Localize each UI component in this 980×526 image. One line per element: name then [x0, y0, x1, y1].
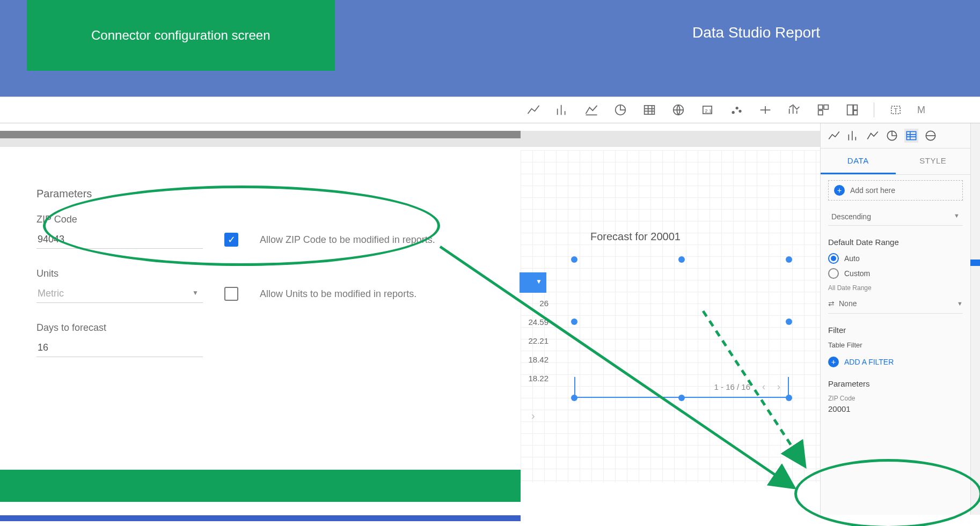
- parameters-heading-sidebar: Parameters: [828, 379, 963, 388]
- zip-field-row: ZIP Code ✓ Allow ZIP Code to be modified…: [36, 214, 504, 249]
- resize-handle[interactable]: [786, 256, 792, 263]
- tab-style[interactable]: STYLE: [896, 149, 971, 174]
- add-sort-button[interactable]: + Add sort here: [828, 180, 963, 201]
- radio-custom[interactable]: Custom: [828, 268, 963, 279]
- left-title-tab: Connector configuration screen: [27, 0, 335, 71]
- svg-rect-10: [818, 110, 823, 115]
- resize-handle[interactable]: [571, 318, 577, 325]
- svg-rect-13: [853, 110, 857, 115]
- area-chart-icon[interactable]: [584, 102, 599, 117]
- svg-text:2.1: 2.1: [705, 108, 712, 114]
- combo-icon[interactable]: [787, 102, 802, 117]
- text-icon[interactable]: T: [888, 102, 903, 117]
- bar-chart-icon[interactable]: [555, 102, 570, 117]
- zip-allow-label: Allow ZIP Code to be modified in reports…: [260, 234, 435, 246]
- chevron-right-icon[interactable]: ›: [531, 410, 535, 422]
- resize-handle[interactable]: [786, 318, 792, 325]
- collapsed-panel[interactable]: [970, 123, 980, 515]
- units-allow-checkbox[interactable]: [224, 287, 238, 301]
- date-range-heading: Default Date Range: [828, 238, 963, 247]
- pager-text: 1 - 16 / 16: [714, 382, 750, 391]
- sort-direction-value: Descending: [831, 212, 871, 221]
- svg-point-6: [736, 107, 738, 109]
- bottom-blue-strip: [0, 514, 521, 521]
- radio-auto[interactable]: Auto: [828, 253, 963, 264]
- resize-handle[interactable]: [678, 395, 685, 401]
- sidebar-tabs: DATA STYLE: [821, 149, 970, 175]
- svg-text:T: T: [894, 107, 898, 114]
- chevron-down-icon: ▼: [954, 212, 960, 221]
- header-bar: Connector configuration screen Data Stud…: [0, 0, 980, 97]
- peek-table-header: [520, 272, 546, 293]
- selected-table-wrapper[interactable]: Time Max Temp ▼ 1.May 3, 201828.99 2.May…: [574, 260, 789, 398]
- toolbar-more: M: [917, 105, 925, 116]
- units-select[interactable]: [36, 285, 203, 303]
- bullet-icon[interactable]: [758, 102, 773, 117]
- forecast-title: Forecast for 20001: [590, 231, 681, 243]
- resize-handle[interactable]: [786, 395, 792, 401]
- scatter-icon[interactable]: [729, 102, 744, 117]
- days-field-row: Days to forecast: [36, 322, 504, 357]
- date-range-none[interactable]: ⇄None ▼: [828, 299, 963, 314]
- tab-data[interactable]: DATA: [821, 149, 896, 174]
- resize-handle[interactable]: [678, 256, 685, 263]
- chevron-left-icon[interactable]: ‹: [762, 381, 765, 392]
- peek-table: 26 24.59 22.21 18.42 18.22: [520, 294, 552, 388]
- svg-rect-8: [818, 105, 823, 109]
- svg-rect-17: [906, 131, 916, 139]
- right-title: Data Studio Report: [692, 24, 820, 41]
- parameters-heading: Parameters: [36, 188, 504, 200]
- sidebar-zip-value[interactable]: 20001: [828, 404, 963, 413]
- compare-arrows-icon: ⇄: [828, 299, 835, 308]
- table-icon[interactable]: [904, 129, 918, 143]
- plus-icon: +: [834, 185, 845, 196]
- units-allow-label: Allow Units to be modified in reports.: [260, 288, 416, 300]
- config-panel: Parameters ZIP Code ✓ Allow ZIP Code to …: [24, 177, 517, 398]
- table-filter-label: Table Filter: [828, 341, 963, 349]
- resize-handle[interactable]: [571, 256, 577, 263]
- chevron-down-icon: ▼: [957, 300, 963, 307]
- pivot-icon[interactable]: [816, 102, 831, 117]
- chevron-down-icon: ▼: [192, 289, 199, 297]
- svg-point-7: [739, 110, 741, 113]
- pie-chart-icon[interactable]: [613, 102, 628, 117]
- resize-handle[interactable]: [571, 395, 577, 401]
- globe-icon[interactable]: [671, 102, 686, 117]
- units-label: Units: [36, 268, 504, 279]
- peek-cell: 26: [520, 294, 552, 313]
- line-chart-icon[interactable]: [526, 102, 541, 117]
- area-chart-icon[interactable]: [866, 129, 880, 143]
- chevron-down-icon: ▼: [536, 278, 542, 285]
- chevron-right-icon[interactable]: ›: [777, 381, 780, 392]
- zip-input[interactable]: [36, 231, 203, 249]
- sort-direction-select[interactable]: Descending ▼: [828, 208, 963, 226]
- svg-rect-12: [853, 105, 857, 110]
- svg-rect-11: [847, 105, 853, 115]
- units-field-row: Units ▼ Allow Units to be modified in re…: [36, 268, 504, 303]
- peek-cell: 22.21: [520, 331, 552, 350]
- chart-type-icons: [821, 123, 970, 149]
- peek-cell: 18.22: [520, 369, 552, 388]
- all-date-range-label: All Date Range: [828, 284, 963, 292]
- properties-sidebar: DATA STYLE + Add sort here Descending ▼ …: [820, 123, 970, 515]
- add-filter-button[interactable]: + ADD A FILTER: [828, 357, 963, 367]
- days-input[interactable]: [36, 339, 203, 357]
- plus-icon: +: [828, 357, 839, 367]
- toolbar: 2.1 T M: [0, 97, 980, 123]
- table-icon[interactable]: [642, 102, 657, 117]
- line-chart-icon[interactable]: [827, 129, 841, 143]
- peek-cell: 18.42: [520, 350, 552, 369]
- collapsed-indicator: [970, 260, 980, 266]
- bar-chart-icon[interactable]: [846, 129, 860, 143]
- bottom-green-strip: [0, 470, 521, 502]
- svg-point-5: [732, 112, 734, 114]
- zip-label: ZIP Code: [36, 214, 504, 225]
- sidebar-zip-label: ZIP Code: [828, 395, 963, 402]
- filter-heading: Filter: [828, 325, 963, 335]
- globe-icon[interactable]: [924, 129, 938, 143]
- svg-rect-9: [824, 105, 828, 109]
- treemap-icon[interactable]: [845, 102, 860, 117]
- pie-chart-icon[interactable]: [885, 129, 899, 143]
- scorecard-icon[interactable]: 2.1: [700, 102, 715, 117]
- zip-allow-checkbox[interactable]: ✓: [224, 233, 238, 247]
